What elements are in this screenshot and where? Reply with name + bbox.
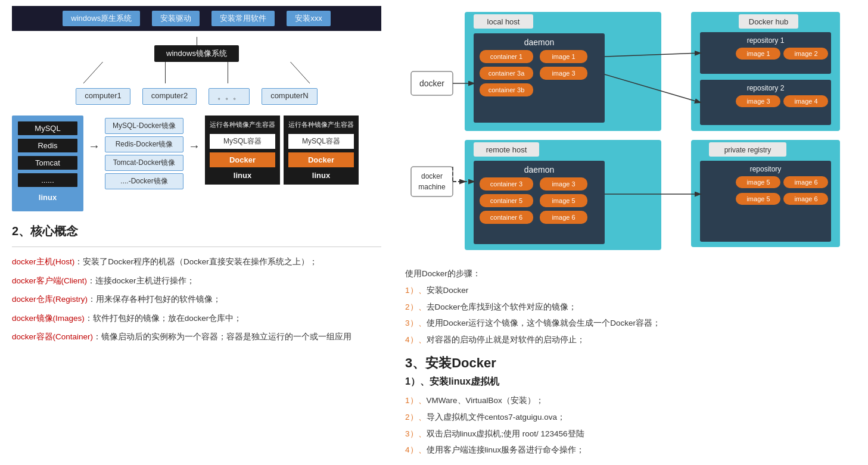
step-2-text: 使用Docker运行这个镜像，这个镜像就会生成一个Docker容器； [427,319,661,327]
svg-text:image 1: image 1 [746,50,770,57]
dd-right-col-title-0: 运行各种镜像产生容器 [210,120,275,129]
steps-section: 使用Docker的步骤： 1）、安装Docker 2）、去Docker仓库找到这… [405,269,856,346]
dd-right-col-docker-0: Docker [210,152,275,167]
svg-text:private registry: private registry [724,146,771,154]
step-1-text: 去Docker仓库找到这个软件对应的镜像； [427,302,577,311]
dd-right-col-item-0: MySQL容器 [210,134,275,149]
dd-right-col-footer-1: linux [288,167,354,185]
install-item-1-num: 2）、 [405,413,427,422]
section-core-concepts: 2、核心概念 [12,223,381,239]
install-docker-section: 3、安装Docker 1）、安装linux虚拟机 1）、VMWare、Virtu… [405,354,856,456]
win-item-0: windows原生系统 [63,11,140,26]
svg-text:image 1: image 1 [552,53,575,60]
dd-right-col-docker-1: Docker [288,152,354,167]
concept-container-text: ：镜像启动后的实例称为一个容器；容器是独立运行的一个或一组应用 [93,332,351,341]
concept-registry-text: ：用来保存各种打包好的软件镜像； [88,295,221,304]
svg-text:image 3: image 3 [552,180,575,188]
svg-text:container 6: container 6 [490,214,522,221]
step-2-num: 3）、 [405,319,427,327]
svg-text:image 5: image 5 [746,195,770,202]
concept-images: docker镜像(Images)：软件打包好的镜像；放在docker仓库中； [12,312,381,325]
win-connector: windows镜像系统 [12,37,381,105]
win-top-row: windows原生系统 安装驱动 安装常用软件 安装xxx [12,6,381,31]
step-3: 4）、对容器的启动停止就是对软件的启动停止； [405,333,856,347]
concept-client-text: ：连接docker主机进行操作； [87,276,195,285]
dd-tomcat: Tomcat [18,156,77,170]
svg-text:image 5: image 5 [552,197,575,204]
concept-host-text: ：安装了Docker程序的机器（Docker直接安装在操作系统之上）； [74,257,318,266]
dd-redis: Redis [18,139,77,152]
dd-right-col-1: 运行各种镜像产生容器 MySQL容器 Docker linux [284,116,359,185]
right-panel: docker docker machine local host daemon … [393,0,868,465]
svg-text:repository 1: repository 1 [747,36,785,45]
svg-text:image 6: image 6 [552,214,575,221]
step-3-num: 4）、 [405,335,427,344]
svg-text:image 2: image 2 [794,50,817,57]
svg-text:local host: local host [487,17,520,26]
arch-svg: docker docker machine local host daemon … [405,6,846,256]
svg-text:Docker hub: Docker hub [749,17,788,26]
dd-right-col-footer-0: linux [210,167,275,185]
install-linux-vm-heading: 1）、安装linux虚拟机 [405,376,856,388]
svg-text:docker: docker [421,172,443,180]
step-1: 2）、去Docker仓库找到这个软件对应的镜像； [405,301,856,314]
concept-images-key: docker镜像(Images) [12,314,85,323]
svg-text:image 3: image 3 [746,98,770,105]
install-item-2: 3）、双击启动linux虚拟机;使用 root/ 123456登陆 [405,427,856,441]
svg-text:image 6: image 6 [794,195,817,202]
dd-dots: ...... [18,173,77,187]
svg-text:image 5: image 5 [746,179,770,186]
install-item-2-text: 双击启动linux虚拟机;使用 root/ 123456登陆 [427,429,584,438]
dd-mirror-0: MySQL-Docker镜像 [105,118,183,134]
install-item-0-num: 1）、 [405,396,427,405]
dd-arrow-2: → [188,116,200,153]
install-item-3-num: 4）、 [405,445,427,454]
step-0-num: 1）、 [405,286,427,295]
concept-container: docker容器(Container)：镜像启动后的实例称为一个容器；容器是独立… [12,330,381,344]
left-panel: windows原生系统 安装驱动 安装常用软件 安装xxx windows镜像系… [0,0,393,465]
svg-text:image 6: image 6 [794,179,817,186]
steps-intro: 使用Docker的步骤： [405,269,856,279]
svg-text:image 3: image 3 [552,70,575,77]
svg-text:remote host: remote host [486,145,527,154]
concept-client-key: docker客户端(Client) [12,276,87,285]
windows-diagram: windows原生系统 安装驱动 安装常用软件 安装xxx windows镜像系… [12,6,381,105]
win-item-1: 安装驱动 [152,11,200,26]
svg-text:container 1: container 1 [490,53,522,60]
dd-linux-box: MySQL Redis Tomcat ...... linux [12,116,83,211]
dd-right-col-item-1: MySQL容器 [288,134,354,149]
svg-text:repository 2: repository 2 [747,84,785,92]
win-mirror-box: windows镜像系统 [154,45,239,62]
install-item-3-text: 使用客户端连接linux服务器进行命令操作； [427,445,585,454]
install-item-0-text: VMWare、VirtualBox（安装）； [427,396,544,405]
svg-line-0 [83,62,103,83]
arch-diagram: docker docker machine local host daemon … [405,6,856,258]
svg-text:daemon: daemon [524,38,555,47]
dd-right-col-title-1: 运行各种镜像产生容器 [288,120,354,129]
dd-mirrors: MySQL-Docker镜像 Redis-Docker镜像 Tomcat-Doc… [105,116,183,189]
win-child-0: computer1 [76,88,130,105]
dd-mirror-1: Redis-Docker镜像 [105,136,183,152]
svg-text:machine: machine [418,183,446,191]
dd-linux-footer: linux [18,193,77,202]
svg-text:container 5: container 5 [490,197,522,204]
step-2: 3）、使用Docker运行这个镜像，这个镜像就会生成一个Docker容器； [405,317,856,330]
dd-mirror-2: Tomcat-Docker镜像 [105,155,183,171]
install-item-2-num: 3）、 [405,429,427,438]
install-item-1: 2）、导入虚拟机文件centos7-atguigu.ova； [405,411,856,424]
svg-text:repository: repository [750,165,782,173]
concept-registry: docker仓库(Registry)：用来保存各种打包好的软件镜像； [12,293,381,306]
dd-mysql: MySQL [18,121,77,135]
concept-client: docker客户端(Client)：连接docker主机进行操作； [12,274,381,288]
win-item-2: 安装常用软件 [211,11,275,26]
step-0: 1）、安装Docker [405,284,856,297]
win-children-row: computer1 computer2 。。。 computerN [76,88,317,105]
concept-host: docker主机(Host)：安装了Docker程序的机器（Docker直接安装… [12,255,381,269]
svg-text:image 4: image 4 [794,98,817,105]
install-item-3: 4）、使用客户端连接linux服务器进行命令操作； [405,444,856,457]
concept-host-key: docker主机(Host) [12,257,74,266]
install-docker-heading: 3、安装Docker [405,354,856,372]
svg-rect-6 [411,167,453,196]
svg-text:daemon: daemon [524,165,555,174]
concept-container-key: docker容器(Container) [12,332,93,341]
